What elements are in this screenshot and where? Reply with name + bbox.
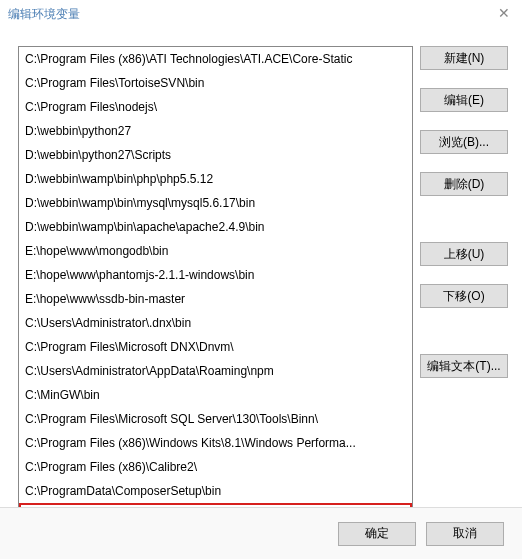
ok-button[interactable]: 确定 <box>338 522 416 546</box>
list-item[interactable]: E:\hope\www\phantomjs-2.1.1-windows\bin <box>19 263 412 287</box>
list-item[interactable]: C:\Program Files\Microsoft SQL Server\13… <box>19 407 412 431</box>
list-item[interactable]: D:\webbin\python27\Scripts <box>19 143 412 167</box>
list-item[interactable]: C:\Program Files\TortoiseSVN\bin <box>19 71 412 95</box>
move-up-button[interactable]: 上移(U) <box>420 242 508 266</box>
list-item[interactable]: C:\ProgramData\ComposerSetup\bin <box>19 479 412 503</box>
list-item[interactable]: C:\Program Files (x86)\Calibre2\ <box>19 455 412 479</box>
window-title: 编辑环境变量 <box>8 6 80 23</box>
dialog-content: C:\Program Files (x86)\ATI Technologies\… <box>0 28 522 497</box>
list-item[interactable]: C:\Program Files (x86)\ATI Technologies\… <box>19 47 412 71</box>
list-item[interactable]: C:\MinGW\bin <box>19 383 412 407</box>
list-item[interactable]: E:\hope\www\ssdb-bin-master <box>19 287 412 311</box>
list-item[interactable]: D:\webbin\wamp\bin\php\php5.5.12 <box>19 167 412 191</box>
titlebar: 编辑环境变量 ✕ <box>0 0 522 28</box>
list-item[interactable]: E:\hope\www\mongodb\bin <box>19 239 412 263</box>
new-button[interactable]: 新建(N) <box>420 46 508 70</box>
list-item[interactable]: C:\Users\Administrator\AppData\Roaming\n… <box>19 359 412 383</box>
cancel-button[interactable]: 取消 <box>426 522 504 546</box>
side-button-panel: 新建(N) 编辑(E) 浏览(B)... 删除(D) 上移(U) 下移(O) 编… <box>420 46 508 396</box>
path-listbox[interactable]: C:\Program Files (x86)\ATI Technologies\… <box>19 47 412 515</box>
delete-button[interactable]: 删除(D) <box>420 172 508 196</box>
list-item[interactable]: D:\webbin\wamp\bin\mysql\mysql5.6.17\bin <box>19 191 412 215</box>
dialog-footer: 确定 取消 <box>0 507 522 559</box>
browse-button[interactable]: 浏览(B)... <box>420 130 508 154</box>
edit-text-button[interactable]: 编辑文本(T)... <box>420 354 508 378</box>
list-item[interactable]: D:\webbin\python27 <box>19 119 412 143</box>
list-item[interactable]: C:\Program Files (x86)\Windows Kits\8.1\… <box>19 431 412 455</box>
list-item[interactable]: C:\Program Files\Microsoft DNX\Dnvm\ <box>19 335 412 359</box>
list-item[interactable]: D:\webbin\wamp\bin\apache\apache2.4.9\bi… <box>19 215 412 239</box>
move-down-button[interactable]: 下移(O) <box>420 284 508 308</box>
list-item[interactable]: C:\Users\Administrator\.dnx\bin <box>19 311 412 335</box>
list-item[interactable]: C:\Program Files\nodejs\ <box>19 95 412 119</box>
close-icon[interactable]: ✕ <box>498 5 510 21</box>
edit-button[interactable]: 编辑(E) <box>420 88 508 112</box>
path-listbox-container: C:\Program Files (x86)\ATI Technologies\… <box>18 46 413 516</box>
